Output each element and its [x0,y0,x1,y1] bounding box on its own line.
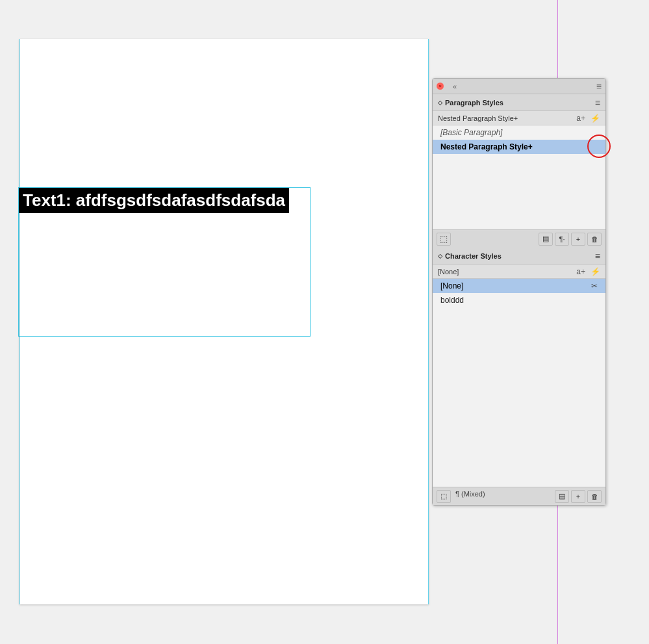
paragraph-style-icon: ⬚ [440,234,448,244]
styles-panel: × « ≡ ◇ Paragraph Styles ≡ Nested Paragr… [432,78,606,506]
guide-right [428,39,429,604]
paragraph-new-btn[interactable]: + [571,233,585,246]
menu-dots-icon: ≡ [596,81,602,92]
character-new-style-icon[interactable]: a+ [576,267,585,276]
paragraph-folder-btn[interactable]: ▤ [539,233,553,246]
character-toolbar-left: ⬚ ¶ (Mixed) [437,490,485,503]
paragraph-new-style-icon[interactable]: a+ [576,114,585,123]
character-styles-title-group: ◇ Character Styles [438,252,502,260]
folder-icon: ▤ [542,235,549,243]
paragraph-status-icons: a+ ⚡ [576,114,600,123]
paragraph-styles-collapse-triangle[interactable]: ◇ [438,99,442,106]
paragraph-current-style: Nested Paragraph Style+ [438,114,518,122]
character-toolbar-right: ▤ + 🗑 [555,490,602,503]
text-frame[interactable]: Text1: afdfsgsdfsdafasdfsdafsda [18,187,311,337]
panel-collapse-button[interactable]: « [449,81,461,92]
character-folder-icon: ▤ [559,492,565,500]
character-trash-icon: 🗑 [591,493,598,500]
pilcrow-icon: ¶· [559,235,565,243]
character-styles-section-header: ◇ Character Styles ≡ [433,248,605,264]
text-frame-content: Text1: afdfsgsdfsdafasdfsdafsda [19,188,289,213]
character-apply-icon[interactable]: ⚡ [591,267,600,276]
canvas: Text1: afdfsgsdfsdafasdfsdafsda × « ≡ ◇ … [0,0,649,644]
character-style-list-empty [433,383,605,487]
character-paragraph-icon: ⬚ [440,492,447,500]
paragraph-style-basic: [Basic Paragraph] [440,128,502,137]
paragraph-toolbar-left: ⬚ [437,233,451,246]
character-delete-btn[interactable]: 🗑 [587,490,602,503]
panel-titlebar-left: × « [437,81,461,92]
character-current-style: [None] [438,268,459,276]
paragraph-toolbar: ⬚ ▤ ¶· + 🗑 [433,229,605,248]
scissors-icon: ✂ [591,281,598,290]
double-chevron-icon: « [453,83,457,90]
character-style-bolddd: bolddd [440,296,464,305]
close-icon: × [439,83,442,89]
panel-titlebar: × « ≡ [433,79,605,94]
plus-square-icon: + [576,235,580,243]
character-style-none: [None] [440,281,463,290]
list-item[interactable]: bolddd [433,293,605,307]
list-item[interactable]: [None] ✂ [433,279,605,293]
paragraph-styles-title-group: ◇ Paragraph Styles [438,99,503,107]
paragraph-styles-title: Paragraph Styles [445,99,503,107]
paragraph-status-bar: Nested Paragraph Style+ a+ ⚡ [433,111,605,125]
paragraph-apply-icon[interactable]: ⚡ [591,114,600,123]
paragraph-style-list: [Basic Paragraph] Nested Paragraph Style… [433,125,605,229]
paragraph-style-nested: Nested Paragraph Style+ [440,142,533,151]
character-styles-menu-button[interactable]: ≡ [595,251,600,261]
character-styles-collapse-triangle[interactable]: ◇ [438,253,442,259]
character-toolbar: ⬚ ¶ (Mixed) ▤ + 🗑 [433,487,605,505]
paragraph-toolbar-right: ▤ ¶· + 🗑 [539,233,602,246]
character-status-bar: [None] a+ ⚡ [433,264,605,279]
character-style-icon-btn[interactable]: ⬚ [437,490,451,503]
paragraph-mark-btn[interactable]: ¶· [555,233,569,246]
panel-close-button[interactable]: × [437,83,444,90]
character-new-btn[interactable]: + [571,490,585,503]
paragraph-delete-btn[interactable]: 🗑 [587,233,602,246]
paragraph-style-icon-btn[interactable]: ⬚ [437,233,451,246]
character-status-icons: a+ ⚡ [576,267,600,276]
panel-menu-icon[interactable]: ≡ [596,81,602,92]
list-item[interactable]: Nested Paragraph Style+ [433,140,605,154]
character-style-list: [None] ✂ bolddd [433,279,605,383]
character-mixed-status: ¶ (Mixed) [455,490,485,503]
paragraph-styles-menu-button[interactable]: ≡ [595,97,600,108]
list-item[interactable]: [Basic Paragraph] [433,125,605,140]
character-plus-icon: + [576,493,580,500]
character-folder-btn[interactable]: ▤ [555,490,569,503]
trash-icon: 🗑 [591,235,598,243]
paragraph-styles-section-header: ◇ Paragraph Styles ≡ [433,94,605,111]
character-styles-title: Character Styles [445,252,502,260]
